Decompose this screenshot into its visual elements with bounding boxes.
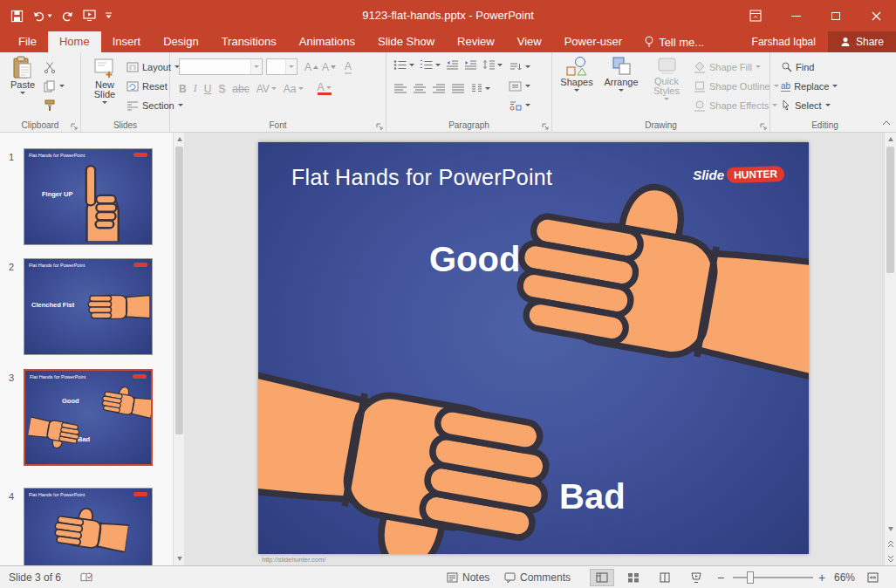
cut-button[interactable] (44, 59, 65, 74)
ribbon-display-options-button[interactable] (735, 0, 776, 31)
align-left-button[interactable] (393, 83, 407, 94)
align-right-button[interactable] (432, 83, 445, 94)
increase-indent-button[interactable] (464, 59, 477, 71)
thumbnail-panel-scrollbar[interactable] (173, 133, 184, 565)
tab-insert[interactable]: Insert (101, 31, 153, 52)
slide-1-thumbnail[interactable]: Flat Hands for PowerPoint Finger UP (24, 148, 153, 245)
scrollbar-thumb[interactable] (175, 147, 183, 434)
start-slideshow-button[interactable] (83, 10, 96, 22)
collapse-ribbon-button[interactable] (882, 116, 891, 128)
tab-review[interactable]: Review (446, 31, 506, 52)
bullets-button[interactable] (393, 59, 414, 71)
bad-text[interactable]: Bad (559, 477, 626, 516)
slide-show-view-button[interactable] (684, 569, 708, 586)
comments-icon (504, 572, 516, 584)
previous-slide-icon (887, 540, 894, 548)
text-shadow-button[interactable]: S (218, 83, 225, 95)
font-size-combobox[interactable] (266, 58, 298, 75)
clear-formatting-button[interactable]: A (345, 60, 352, 74)
minimize-button[interactable] (776, 0, 816, 31)
align-center-button[interactable] (413, 83, 426, 94)
scrollbar-thumb[interactable] (886, 147, 894, 273)
fit-slide-to-window-button[interactable] (867, 566, 879, 588)
font-name-combobox[interactable] (179, 58, 263, 75)
convert-to-smartart-button[interactable] (509, 98, 530, 113)
zoom-out-button[interactable]: − (717, 566, 724, 588)
slide-4-thumbnail[interactable]: Flat Hands for PowerPoint (24, 488, 153, 565)
slide-area-scrollbar[interactable] (884, 133, 896, 565)
undo-button[interactable] (32, 10, 52, 22)
line-spacing-button[interactable] (482, 59, 503, 71)
shape-fill-button[interactable]: Shape Fill (694, 59, 779, 74)
customize-qat-button[interactable] (105, 12, 113, 19)
tell-me-box[interactable]: Tell me... (633, 31, 715, 52)
decrease-font-size-button[interactable]: A (322, 61, 336, 73)
align-right-icon (432, 83, 445, 94)
paste-button[interactable]: Paste (5, 56, 40, 94)
tab-design[interactable]: Design (152, 31, 209, 52)
replace-button[interactable]: ab Replace (781, 79, 838, 93)
zoom-percentage[interactable]: 66% (834, 566, 855, 588)
columns-button[interactable] (470, 83, 490, 94)
format-painter-button[interactable] (44, 98, 65, 113)
slide-2-thumbnail[interactable]: Flat Hands for PowerPoint Clenched Fist (24, 258, 153, 355)
notes-button[interactable]: Notes (447, 566, 489, 588)
reading-view-button[interactable] (653, 569, 677, 586)
copy-button[interactable] (44, 79, 65, 93)
tab-file[interactable]: File (7, 31, 48, 52)
zoom-in-button[interactable]: + (818, 566, 825, 588)
next-slide-button[interactable] (885, 552, 896, 565)
normal-view-button[interactable] (590, 569, 614, 586)
align-text-button[interactable] (509, 79, 530, 93)
shape-outline-button[interactable]: Shape Outline (694, 79, 779, 93)
slide-3-thumbnail[interactable]: Flat Hands for PowerPoint Good Bad (24, 369, 153, 466)
underline-button[interactable]: U (204, 83, 212, 95)
justify-button[interactable] (451, 83, 464, 94)
comments-button[interactable]: Comments (504, 566, 571, 588)
spell-check-button[interactable] (80, 566, 93, 588)
shape-effects-button[interactable]: Shape Effects (694, 98, 779, 113)
character-spacing-button[interactable]: AV (256, 83, 277, 95)
numbering-button[interactable] (420, 59, 441, 71)
shapes-button[interactable]: Shapes (557, 56, 596, 92)
select-button[interactable]: Select (781, 98, 838, 113)
font-dialog-launcher[interactable] (375, 121, 384, 130)
tab-power-user[interactable]: Power-user (553, 31, 633, 52)
close-button[interactable] (856, 0, 896, 31)
change-case-button[interactable]: Aa (284, 83, 304, 95)
scroll-down-button[interactable] (885, 523, 896, 536)
decrease-indent-button[interactable] (446, 59, 459, 71)
save-button[interactable] (10, 10, 24, 23)
increase-font-size-button[interactable]: A (304, 61, 318, 73)
tab-transitions[interactable]: Transitions (210, 31, 288, 52)
drawing-dialog-launcher[interactable] (759, 121, 768, 130)
scroll-up-button[interactable] (885, 133, 896, 146)
maximize-button[interactable] (816, 0, 856, 31)
zoom-slider-track[interactable] (733, 577, 813, 578)
bold-button[interactable]: B (179, 83, 187, 95)
good-text[interactable]: Good (429, 240, 520, 279)
tab-home[interactable]: Home (48, 31, 101, 52)
slide-sorter-view-button[interactable] (621, 569, 646, 586)
tab-view[interactable]: View (506, 31, 553, 52)
mini-label: Finger UP (42, 190, 72, 198)
new-slide-button[interactable]: New Slide (86, 56, 123, 104)
italic-button[interactable]: I (194, 82, 197, 95)
strikethrough-button[interactable]: abc (232, 83, 249, 95)
find-button[interactable]: Find (781, 59, 838, 74)
previous-slide-button[interactable] (885, 537, 896, 550)
arrange-button[interactable]: Arrange (601, 56, 641, 92)
clipboard-dialog-launcher[interactable] (70, 121, 79, 130)
zoom-slider-thumb[interactable] (747, 571, 754, 584)
slide-editing-surface[interactable]: Flat Hands for PowerPoint Slide HUNTER G… (258, 142, 809, 554)
share-button[interactable]: Share (828, 31, 896, 52)
font-color-button[interactable]: A (318, 82, 332, 95)
user-name[interactable]: Farshad Iqbal (740, 31, 828, 52)
tab-slide-show[interactable]: Slide Show (366, 31, 446, 52)
quick-access-toolbar (0, 10, 113, 23)
redo-button[interactable] (61, 10, 74, 22)
paragraph-dialog-launcher[interactable] (541, 121, 550, 130)
tab-animations[interactable]: Animations (288, 31, 366, 52)
text-direction-button[interactable] (509, 59, 530, 74)
quick-styles-button[interactable]: Quick Styles (645, 56, 688, 100)
